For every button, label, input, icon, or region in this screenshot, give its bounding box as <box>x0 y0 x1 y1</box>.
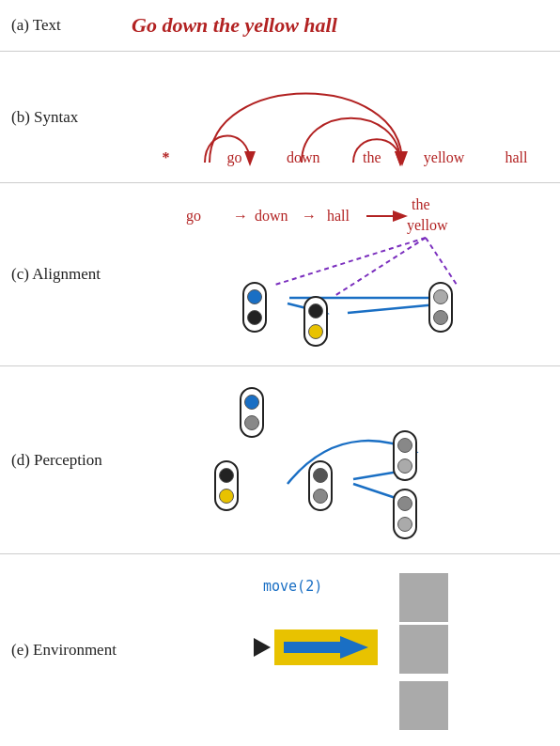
move-label: move(2) <box>263 578 322 595</box>
svg-line-10 <box>275 238 426 285</box>
perception-svg <box>132 366 560 554</box>
syntax-word-go: go <box>218 149 252 166</box>
tlight-circle-gray1 <box>433 289 448 304</box>
section-a-content: Go down the yellow hall <box>132 0 560 51</box>
section-a: (a) Text Go down the yellow hall <box>0 0 560 52</box>
svg-text:→: → <box>302 208 317 224</box>
svg-text:go: go <box>186 208 201 225</box>
svg-text:yellow: yellow <box>407 217 448 234</box>
syntax-word-down: down <box>287 149 320 166</box>
env-arrow-svg <box>284 634 368 661</box>
tlight-d-left <box>214 460 239 511</box>
env-cell-middle <box>399 625 448 674</box>
svg-text:→: → <box>233 208 248 224</box>
section-e: (e) Environment move(2) <box>0 554 560 746</box>
tlight-circle-dark2 <box>308 303 323 319</box>
section-a-label: (a) Text <box>0 16 132 35</box>
section-e-content: move(2) <box>132 554 560 746</box>
syntax-word-the: the <box>355 149 389 166</box>
svg-text:hall: hall <box>327 208 350 224</box>
syntax-word-hall: hall <box>499 149 533 166</box>
section-c-content: go → down → hall the yellow <box>132 183 560 366</box>
section-b-label: (b) Syntax <box>0 108 132 127</box>
env-yellow-block <box>274 629 378 665</box>
text-title: Go down the yellow hall <box>132 13 337 38</box>
svg-text:the: the <box>412 196 430 212</box>
section-c: (c) Alignment go → down → hall the yello… <box>0 183 560 366</box>
section-b: (b) Syntax * go down the yellow <box>0 52 560 183</box>
svg-line-12 <box>426 238 457 285</box>
section-d: (d) Perception <box>0 366 560 554</box>
play-icon <box>254 638 271 657</box>
tlight-circle-dark <box>247 310 262 325</box>
syntax-word-star: * <box>149 149 183 166</box>
tlight-d-middle <box>308 460 333 511</box>
env-cell-bottom <box>399 681 448 730</box>
tlight-circle-yellow <box>308 324 323 339</box>
syntax-words-row: * go down the yellow hall <box>132 149 551 166</box>
alignment-svg: go → down → hall the yellow <box>132 183 560 366</box>
section-d-content <box>132 366 560 554</box>
tlight-d-right-top <box>393 430 417 481</box>
tlight-circle-blue <box>247 289 262 304</box>
syntax-word-yellow: yellow <box>424 149 465 166</box>
tlight-d-right-bottom <box>393 489 417 539</box>
section-d-label: (d) Perception <box>0 451 132 470</box>
tlight-circle-gray2 <box>433 310 448 325</box>
section-b-content: * go down the yellow hall <box>132 52 560 183</box>
tlight-middle-c <box>303 296 328 347</box>
tlight-d-topleft <box>240 387 264 438</box>
tlight-right-c <box>428 282 453 333</box>
svg-text:down: down <box>255 208 288 224</box>
env-yellow-row <box>254 629 378 665</box>
section-c-label: (c) Alignment <box>0 265 132 284</box>
svg-line-11 <box>334 238 426 296</box>
svg-marker-15 <box>284 636 368 659</box>
section-e-label: (e) Environment <box>0 641 132 660</box>
tlight-left-c <box>242 282 267 333</box>
env-cell-top <box>399 573 448 622</box>
